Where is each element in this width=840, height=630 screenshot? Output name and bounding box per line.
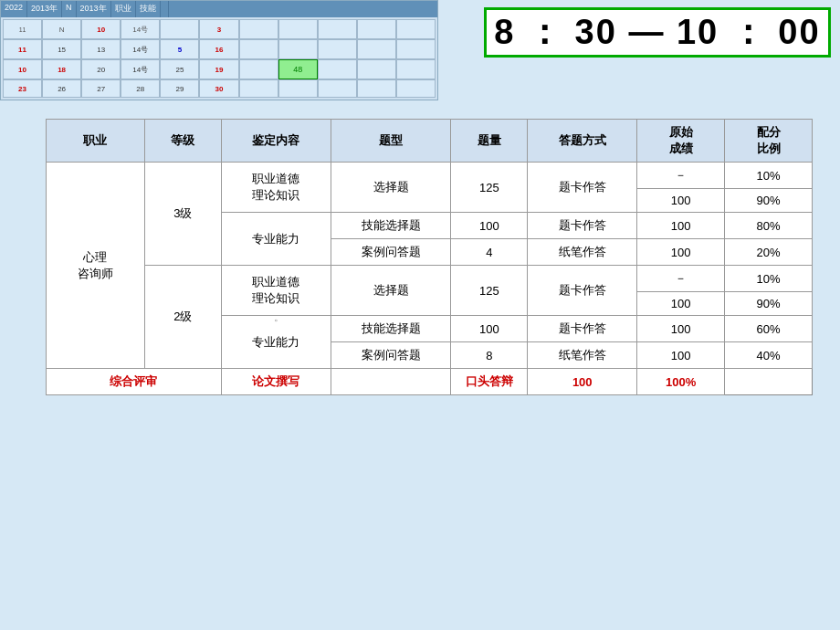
cell-type-skill1: 技能选择题 xyxy=(331,213,451,239)
table-row-comprehensive: 综合评审 论文撰写 口头答辩 100 100% xyxy=(47,369,813,395)
cell-count2: 125 xyxy=(451,266,528,316)
cell-answer-paper1: 纸笔作答 xyxy=(528,239,637,266)
table-header-row: 职业 等级 鉴定内容 题型 题量 答题方式 原始成绩 配分比例 xyxy=(47,120,813,163)
cell-answer-paper2: 纸笔作答 xyxy=(528,342,637,369)
cell-score-dash2: － xyxy=(637,266,725,292)
cell-score-skill1: 100 xyxy=(637,213,725,239)
time-text: 8 ： 30 — 10 ： 00 xyxy=(494,9,820,56)
cell-ratio-case1: 20% xyxy=(725,239,813,266)
cell-score-case2: 100 xyxy=(637,342,725,369)
cell-count-case1: 4 xyxy=(451,239,528,266)
header-count: 题量 xyxy=(451,120,528,163)
cell-job: 心理咨询师 xyxy=(47,163,145,369)
cell-type-case2: 案例问答题 xyxy=(331,342,451,369)
cell-level-3: 3级 xyxy=(144,163,221,266)
chart-simulation: 20222013年N2013年职业技能 11 N 10 14号 3 11 15 … xyxy=(1,1,437,100)
cell-score-dash1: － xyxy=(637,163,725,189)
cell-type-choice2: 选择题 xyxy=(331,266,451,316)
cell-score4: 100 xyxy=(637,292,725,316)
cell-count1: 125 xyxy=(451,163,528,213)
cell-count-case2: 8 xyxy=(451,342,528,369)
header-score: 原始成绩 xyxy=(637,120,725,163)
cell-comprehensive-type: 论文撰写 xyxy=(221,369,331,395)
header-level: 等级 xyxy=(144,120,221,163)
cell-ratio4: 90% xyxy=(725,292,813,316)
time-box: 8 ： 30 — 10 ： 00 xyxy=(484,7,831,58)
note-text: 。 xyxy=(274,311,284,322)
header-content: 鉴定内容 xyxy=(221,120,331,163)
cell-comprehensive-ratio: 100% xyxy=(637,369,725,395)
note-area: 。 xyxy=(274,310,284,324)
cell-score2: 100 xyxy=(637,189,725,213)
cell-answer-card2: 题卡作答 xyxy=(528,266,637,316)
cell-type-choice1: 选择题 xyxy=(331,163,451,213)
cell-answer-skill1: 题卡作答 xyxy=(528,213,637,239)
header-type: 题型 xyxy=(331,120,451,163)
cell-score-skill2: 100 xyxy=(637,316,725,342)
top-chart-area: 20222013年N2013年职业技能 11 N 10 14号 3 11 15 … xyxy=(0,0,438,100)
cell-ratio-case2: 40% xyxy=(725,342,813,369)
cell-score-case1: 100 xyxy=(637,239,725,266)
cell-comprehensive-label: 综合评审 xyxy=(47,369,222,395)
table-row: 2级 职业道德理论知识 选择题 125 题卡作答 － 10% xyxy=(47,266,813,292)
cell-ratio1: 10% xyxy=(725,163,813,189)
cell-type-case1: 案例问答题 xyxy=(331,239,451,266)
cell-type-skill2: 技能选择题 xyxy=(331,316,451,342)
chart-header: 20222013年N2013年职业技能 xyxy=(1,1,437,17)
cell-comprehensive-score: 100 xyxy=(528,369,637,395)
table-row: 心理咨询师 3级 职业道德理论知识 选择题 125 题卡作答 － 10% xyxy=(47,163,813,189)
cell-content-ethics2: 职业道德理论知识 xyxy=(221,266,331,316)
header-answer: 答题方式 xyxy=(528,120,637,163)
cell-count-skill1: 100 xyxy=(451,213,528,239)
cell-ratio-skill2: 60% xyxy=(725,316,813,342)
header-job: 职业 xyxy=(47,120,145,163)
cell-content-ethics1: 职业道德理论知识 xyxy=(221,163,331,213)
cell-answer-card1: 题卡作答 xyxy=(528,163,637,213)
main-table: 职业 等级 鉴定内容 题型 题量 答题方式 原始成绩 配分比例 心理咨询师 3级… xyxy=(46,119,813,395)
cell-ratio2: 90% xyxy=(725,189,813,213)
cell-ratio-skill1: 80% xyxy=(725,213,813,239)
cell-comprehensive-count xyxy=(331,369,451,395)
cell-comprehensive-answer: 口头答辩 xyxy=(451,369,528,395)
cell-ratio3: 10% xyxy=(725,266,813,292)
table-container: 职业 等级 鉴定内容 题型 题量 答题方式 原始成绩 配分比例 心理咨询师 3级… xyxy=(46,119,813,395)
cell-count-skill2: 100 xyxy=(451,316,528,342)
header-ratio: 配分比例 xyxy=(725,120,813,163)
cell-content-skill1: 专业能力 xyxy=(221,213,331,266)
cell-level-2: 2级 xyxy=(144,266,221,369)
cell-answer-skill2: 题卡作答 xyxy=(528,316,637,342)
chart-grid: 11 N 10 14号 3 11 15 13 14号 5 16 10 18 xyxy=(1,17,437,100)
